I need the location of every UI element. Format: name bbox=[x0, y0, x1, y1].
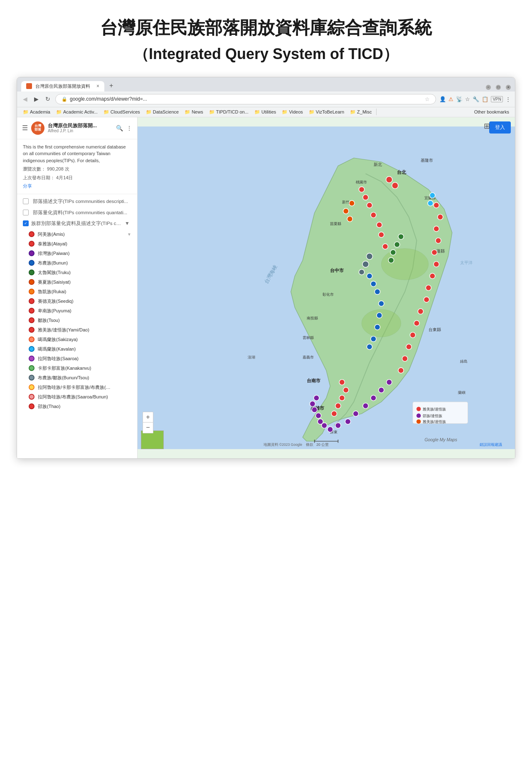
browser-titlebar: 台灣原住民族部落開放資料 × + − □ × bbox=[17, 77, 515, 91]
tribe-dot-yami bbox=[29, 327, 34, 333]
tribe-label: 拉阿魯哇族/布農族(Saaroa/Bunun) bbox=[38, 394, 108, 400]
svg-point-34 bbox=[418, 309, 423, 314]
bookmark-viztobelearn[interactable]: 📁 VizToBeLearn bbox=[306, 109, 347, 116]
tab-favicon bbox=[26, 83, 32, 89]
tribe-rukai[interactable]: 魯凱族(Rukai) bbox=[17, 287, 137, 297]
bookmark-datascience[interactable]: 📁 DataScience bbox=[143, 109, 181, 116]
bookmark-cloudservices[interactable]: 📁 CloudServices bbox=[101, 109, 143, 116]
sidebar-share-link[interactable]: 分享 bbox=[23, 183, 131, 190]
bookmark-tipd[interactable]: 📁 TIPD/TICD on... bbox=[207, 109, 251, 116]
tribe-sakizaya[interactable]: 噶瑪蘭族(Sakizaya) bbox=[17, 335, 137, 344]
layer-expand-icon[interactable]: ▼ bbox=[125, 220, 130, 226]
bookmark-other[interactable]: Other bookmarks bbox=[472, 109, 512, 115]
layer-item-1[interactable]: 部落描述文字(TIPs commnunities descripti... bbox=[17, 196, 137, 207]
tribe-label: 拉阿魯哇族/卡那卡那富族/布農族(Saaroa/Kan... bbox=[38, 384, 113, 391]
svg-point-81 bbox=[339, 379, 345, 385]
bookmark-zmisc[interactable]: 📁 Z_Misc bbox=[347, 109, 374, 116]
tribe-puyuma[interactable]: 卑南族(Puyuma) bbox=[17, 306, 137, 316]
svg-point-93 bbox=[416, 419, 421, 424]
tribe-atayal[interactable]: 泰雅族(Atayal) bbox=[17, 239, 137, 249]
map-area[interactable]: 台灣海峽 太平洋 台北 新北 基隆市 桃園市 新竹 苗栗縣 台中市 彰化市 南投… bbox=[138, 117, 515, 458]
sidebar-logo: 台灣部落 bbox=[31, 121, 44, 135]
close-button[interactable]: × bbox=[506, 85, 511, 90]
tribe-bunun-tsou[interactable]: 布農族/鄒族(Bunun/Tsou) bbox=[17, 373, 137, 383]
svg-text:雅美族/達悟族: 雅美族/達悟族 bbox=[423, 407, 446, 411]
tribe-bunun[interactable]: 布農族(Bunun) bbox=[17, 258, 137, 268]
svg-text:綠島: 綠島 bbox=[460, 359, 468, 363]
tribe-dot-atayal bbox=[29, 241, 34, 247]
menu-icon[interactable]: ⋮ bbox=[505, 96, 511, 102]
tab-close-icon[interactable]: × bbox=[96, 83, 99, 89]
sidebar-publish: 上次發布日期： 4月14日 bbox=[23, 174, 131, 181]
tribe-thao[interactable]: 邵族(Thao) bbox=[17, 402, 137, 411]
signin-button[interactable]: 登入 bbox=[489, 121, 511, 134]
svg-point-71 bbox=[359, 270, 365, 275]
tribe-kanakanvu[interactable]: 卡那卡那富族(Kanakanvu) bbox=[17, 363, 137, 373]
bookmark-utilities[interactable]: 📁 Utilities bbox=[252, 109, 278, 116]
tribe-yami[interactable]: 雅美族/達悟族(Yami/Dao) bbox=[17, 325, 137, 335]
tribe-expand-arrow[interactable]: ▼ bbox=[127, 232, 131, 237]
layer-item-2[interactable]: 部落量化資料(TIPs commnunities quantati... bbox=[17, 207, 137, 218]
tribe-paiwan[interactable]: 排灣族(Paiwan) bbox=[17, 249, 137, 258]
svg-point-77 bbox=[379, 232, 384, 237]
svg-text:南投縣: 南投縣 bbox=[307, 316, 318, 320]
tribe-seediq[interactable]: 賽德克族(Seediq) bbox=[17, 297, 137, 306]
bookmark-academic-activ[interactable]: 📁 Academic Activ... bbox=[54, 109, 100, 116]
svg-point-30 bbox=[433, 262, 439, 267]
layer-item-3-header[interactable]: 族群別部落量化資料及描述文字(TIPs com... ▼ bbox=[17, 218, 137, 229]
extension-icon2[interactable]: 📋 bbox=[482, 96, 488, 102]
profile-icon[interactable]: 👤 bbox=[439, 96, 446, 102]
svg-point-27 bbox=[433, 226, 439, 231]
tribe-saaroa-bunun[interactable]: 拉阿魯哇族/布農族(Saaroa/Bunun) bbox=[17, 392, 137, 402]
tribe-kavalan[interactable]: 噶瑪蘭族(Kavalan) bbox=[17, 344, 137, 354]
bookmark-icon[interactable]: ☆ bbox=[465, 96, 470, 102]
zoom-out-button[interactable]: − bbox=[143, 423, 153, 433]
reload-button[interactable]: ↻ bbox=[44, 95, 52, 103]
layer-checkbox-2[interactable] bbox=[23, 210, 29, 215]
tribe-tsou[interactable]: 鄒族(Tsou) bbox=[17, 316, 137, 325]
svg-point-42 bbox=[371, 395, 376, 401]
svg-text:彰化市: 彰化市 bbox=[323, 292, 334, 297]
bookmark-academia[interactable]: 📁 Academia bbox=[20, 109, 53, 116]
address-bar[interactable]: 🔒 google.com/maps/d/viewer?mid=... ☆ bbox=[55, 94, 436, 104]
browser-window: 台灣原住民族部落開放資料 × + − □ × ◀ ▶ ↻ 🔒 google.co… bbox=[17, 77, 515, 459]
new-tab-button[interactable]: + bbox=[106, 80, 116, 91]
tribe-label: 邵族(Thao) bbox=[38, 403, 60, 410]
zoom-in-button[interactable]: + bbox=[143, 412, 153, 423]
cast-icon[interactable]: 📡 bbox=[456, 96, 463, 102]
svg-point-69 bbox=[366, 253, 372, 260]
svg-point-54 bbox=[367, 273, 372, 279]
page-title-main: 台灣原住民族部落開放資料庫綜合查詢系統 bbox=[25, 17, 507, 40]
forward-button[interactable]: ▶ bbox=[32, 95, 40, 103]
svg-point-70 bbox=[362, 261, 369, 267]
tribe-saaroa[interactable]: 拉阿魯哇族(Saaroa) bbox=[17, 354, 137, 363]
svg-point-61 bbox=[367, 344, 372, 349]
extension-icon1[interactable]: 🔧 bbox=[473, 96, 479, 102]
grid-icon[interactable]: ⊞ bbox=[484, 121, 490, 131]
tribe-saisiyat[interactable]: 賽夏族(Saisiyat) bbox=[17, 277, 137, 287]
back-button[interactable]: ◀ bbox=[21, 95, 29, 103]
sidebar-map-title: 台灣原住民族部落開... bbox=[48, 123, 113, 129]
bookmark-news[interactable]: 📁 News bbox=[182, 109, 206, 116]
svg-point-80 bbox=[392, 183, 398, 189]
tribe-amis[interactable]: 阿美族(Amis) ▼ bbox=[17, 230, 137, 239]
maximize-button[interactable]: □ bbox=[496, 85, 501, 90]
minimize-button[interactable]: − bbox=[486, 85, 491, 90]
svg-point-58 bbox=[377, 313, 382, 318]
tribe-saaroa-kan[interactable]: 拉阿魯哇族/卡那卡那富族/布農族(Saaroa/Kan... bbox=[17, 383, 137, 392]
svg-point-73 bbox=[363, 195, 368, 200]
hamburger-icon[interactable]: ☰ bbox=[22, 124, 28, 132]
browser-tab-active[interactable]: 台灣原住民族部落開放資料 × bbox=[21, 81, 104, 91]
sidebar-search-icon[interactable]: 🔍 bbox=[116, 125, 123, 131]
svg-text:澎湖: 澎湖 bbox=[248, 355, 255, 359]
vpn-icon[interactable]: VPN bbox=[491, 96, 503, 102]
tribe-dot-seediq bbox=[29, 298, 34, 304]
sidebar-more-icon[interactable]: ⋮ bbox=[126, 125, 132, 131]
folder-icon: 📁 bbox=[103, 109, 109, 115]
bookmark-videos[interactable]: 📁 Videos bbox=[279, 109, 305, 116]
layer-checkbox-1[interactable] bbox=[23, 198, 29, 204]
layer-checkbox-3[interactable] bbox=[23, 220, 29, 226]
bookmark-label: Academia bbox=[30, 109, 50, 114]
svg-point-33 bbox=[424, 297, 429, 302]
tribe-truku[interactable]: 太魯閣族(Truku) bbox=[17, 268, 137, 277]
